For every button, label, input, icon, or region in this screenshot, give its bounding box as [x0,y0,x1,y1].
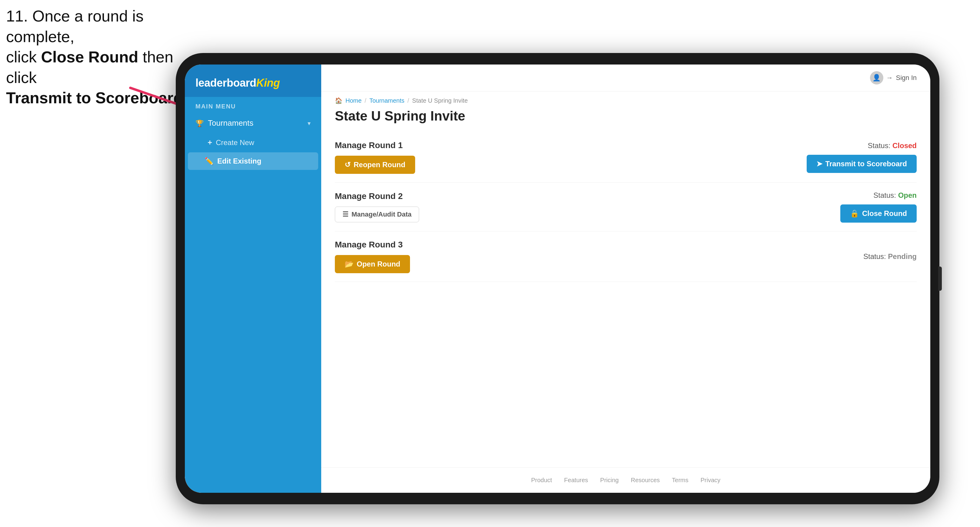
app-layout: leaderboardKing MAIN MENU Tournaments ▾ … [185,65,930,493]
breadcrumb-sep2: / [407,97,409,104]
breadcrumb-sep1: / [364,97,366,104]
breadcrumb-tournaments[interactable]: Tournaments [369,97,404,104]
round-2-row: Manage Round 2 ☰ Manage/Audit Data Statu… [335,183,917,232]
round-1-left: Manage Round 1 ↺ Reopen Round [335,141,415,174]
reopen-round-button[interactable]: ↺ Reopen Round [335,156,415,174]
round-3-left: Manage Round 3 📂 Open Round [335,240,410,273]
close-round-label: Close Round [862,209,907,218]
transmit-label: Transmit to Scoreboard [826,160,907,168]
round-1-row: Manage Round 1 ↺ Reopen Round Status: Cl… [335,132,917,183]
sign-in-label: Sign In [896,74,917,82]
footer-link-terms[interactable]: Terms [672,477,688,484]
breadcrumb: 🏠 Home / Tournaments / State U Spring In… [321,92,930,106]
footer: Product Features Pricing Resources Terms… [321,467,930,493]
main-content: 👤 → Sign In 🏠 Home / Tournaments / State… [321,65,930,493]
logo: leaderboardKing [196,77,310,89]
plus-icon: + [208,138,212,147]
sidebar-item-tournaments[interactable]: Tournaments ▾ [185,113,321,133]
edit-icon: ✏️ [205,157,214,165]
round-3-status: Status: Pending [863,252,917,261]
page-header: State U Spring Invite [321,106,930,132]
instruction-bold1: Close Round [41,48,138,66]
lock-icon: 🔒 [850,209,859,218]
open-round-label: Open Round [357,260,400,268]
sign-in-button[interactable]: 👤 → Sign In [870,71,917,84]
footer-link-privacy[interactable]: Privacy [701,477,721,484]
sidebar-tournaments-label: Tournaments [208,118,253,128]
transmit-to-scoreboard-button[interactable]: ➤ Transmit to Scoreboard [807,155,917,173]
close-round-button[interactable]: 🔒 Close Round [840,205,917,222]
audit-icon: ☰ [342,211,348,218]
open-icon: 📂 [345,260,354,268]
round-2-status-prefix: Status: [873,191,898,199]
round-1-right: Status: Closed ➤ Transmit to Scoreboard [807,141,917,173]
main-menu-label: MAIN MENU [185,97,321,113]
logo-king: King [256,77,280,89]
side-notch [938,267,942,291]
round-1-title: Manage Round 1 [335,141,415,150]
topbar: 👤 → Sign In [321,65,930,92]
open-round-button[interactable]: 📂 Open Round [335,255,410,273]
round-3-row: Manage Round 3 📂 Open Round Status: Pend… [335,232,917,282]
round-3-status-value: Pending [888,252,917,260]
tablet-screen: leaderboardKing MAIN MENU Tournaments ▾ … [185,65,930,493]
round-2-status-value: Open [898,191,917,199]
sidebar-item-tournaments-inner: Tournaments [196,118,253,128]
chevron-down-icon: ▾ [307,120,310,127]
instruction-text: 11. Once a round is complete, click Clos… [6,6,194,108]
footer-link-product[interactable]: Product [531,477,552,484]
round-1-status-prefix: Status: [868,141,892,149]
manage-audit-button[interactable]: ☰ Manage/Audit Data [335,206,419,222]
footer-link-resources[interactable]: Resources [631,477,660,484]
avatar: 👤 [870,71,883,84]
sidebar-item-create-new[interactable]: + Create New [185,133,321,152]
tablet-shell: leaderboardKing MAIN MENU Tournaments ▾ … [176,53,939,504]
arrow-right-icon: → [886,74,893,82]
sidebar-create-new-label: Create New [216,138,254,147]
sidebar-item-edit-existing[interactable]: ✏️ Edit Existing [188,152,318,170]
breadcrumb-current: State U Spring Invite [412,97,468,104]
round-1-status: Status: Closed [868,141,917,150]
round-2-right: Status: Open 🔒 Close Round [840,191,917,222]
instruction-bold2: Transmit to Scoreboard. [6,89,187,106]
home-icon: 🏠 [335,97,342,104]
sidebar: leaderboardKing MAIN MENU Tournaments ▾ … [185,65,321,493]
transmit-icon: ➤ [816,160,822,168]
trophy-icon [196,118,204,128]
round-3-title: Manage Round 3 [335,240,410,249]
footer-link-pricing[interactable]: Pricing [600,477,619,484]
user-icon: 👤 [872,74,881,82]
breadcrumb-home[interactable]: Home [345,97,361,104]
instruction-line1: 11. Once a round is complete, [6,7,144,45]
round-2-title: Manage Round 2 [335,191,419,201]
round-1-status-value: Closed [892,141,917,149]
round-3-status-prefix: Status: [863,252,888,260]
page-title: State U Spring Invite [335,108,917,124]
instruction-line2: click [6,48,41,66]
content-body: Manage Round 1 ↺ Reopen Round Status: Cl… [321,132,930,467]
footer-link-features[interactable]: Features [564,477,588,484]
round-2-left: Manage Round 2 ☰ Manage/Audit Data [335,191,419,222]
manage-audit-label: Manage/Audit Data [352,211,412,218]
reopen-icon: ↺ [345,160,351,169]
reopen-round-label: Reopen Round [354,160,406,169]
round-3-right: Status: Pending [863,252,917,261]
sidebar-edit-existing-label: Edit Existing [217,157,261,165]
round-2-status: Status: Open [873,191,917,200]
logo-area: leaderboardKing [185,65,321,97]
